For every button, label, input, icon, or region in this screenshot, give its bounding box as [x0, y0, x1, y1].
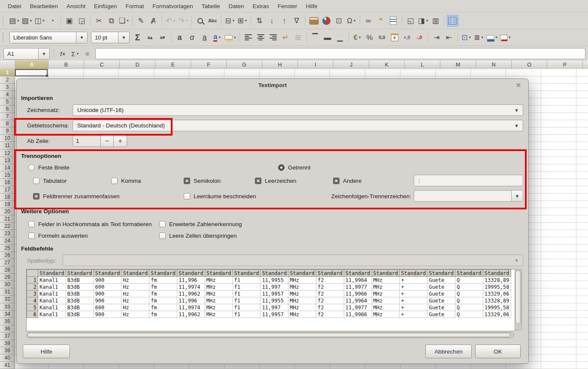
row-header-26[interactable]: 26	[0, 252, 15, 259]
preview-column-header-7[interactable]: Standard	[205, 270, 233, 277]
menu-bearbeiten[interactable]: Bearbeiten	[26, 1, 62, 12]
preview-column-header-16[interactable]: Standard	[455, 270, 483, 277]
print-preview-icon[interactable]: ◲	[76, 15, 88, 27]
row-header-25[interactable]: 25	[0, 245, 15, 252]
print-area-icon[interactable]: ◱	[405, 15, 416, 27]
preview-column-header-4[interactable]: Standard	[121, 270, 149, 277]
formula-input[interactable]	[95, 48, 585, 59]
row-header-13[interactable]: 13	[0, 157, 15, 164]
preview-column-header-10[interactable]: Standard	[288, 270, 316, 277]
menu-hilfe[interactable]: Hilfe	[302, 1, 322, 12]
dropdown-arrow-icon[interactable]: ▾	[245, 18, 247, 23]
dropdown-arrow-icon[interactable]: ▾	[481, 35, 483, 39]
chevron-down-icon[interactable]: ▼	[511, 191, 523, 201]
dropdown-arrow-icon[interactable]: ▾	[426, 18, 428, 23]
row-header-24[interactable]: 24	[0, 237, 15, 245]
border-style-icon[interactable]: ≣▾	[473, 32, 485, 43]
menu-einfügen[interactable]: Einfügen	[90, 1, 121, 12]
semicolon-checkbox[interactable]: Semikolon	[184, 177, 221, 184]
spelling-icon[interactable]: Abc	[207, 15, 218, 27]
equals-icon[interactable]: =	[82, 48, 93, 60]
dropdown-arrow-icon[interactable]: ▾	[218, 35, 221, 39]
other-checkbox[interactable]: Andere	[333, 177, 362, 184]
row-header-9[interactable]: 9	[0, 127, 15, 135]
row-header-14[interactable]: 14	[0, 164, 15, 172]
paste-icon[interactable]: ❏▾	[118, 15, 130, 27]
insert-image-icon[interactable]	[308, 15, 320, 27]
preview-column-header-8[interactable]: Standard	[233, 270, 261, 277]
dropdown-arrow-icon[interactable]: ▾	[233, 18, 235, 23]
fixed-width-radio[interactable]: Feste Breite	[28, 164, 70, 171]
align-bottom-icon[interactable]: ▁	[334, 32, 346, 43]
row-header-1[interactable]: 1	[0, 69, 15, 76]
percent-format-icon[interactable]: %	[364, 32, 376, 43]
chevron-down-icon[interactable]: ▼	[76, 32, 87, 43]
clone-formatting-icon[interactable]: ✎	[135, 15, 147, 27]
name-box[interactable]: A1 ▼	[3, 48, 50, 60]
dropdown-arrow-icon[interactable]: ▾	[509, 35, 511, 39]
currency-format-icon[interactable]: €▾	[352, 32, 363, 43]
border-color-icon[interactable]: ▾	[485, 32, 499, 43]
string-delimiter-combo[interactable]: ▼	[414, 190, 523, 202]
skip-empty-cells-checkbox[interactable]: Leere Zellen überspringen	[159, 232, 237, 239]
row-header-3[interactable]: 3	[0, 84, 15, 91]
wrap-text-icon[interactable]: ↵	[280, 32, 291, 43]
row-header-10[interactable]: 10	[0, 135, 15, 142]
spin-minus-button[interactable]: −	[100, 135, 114, 147]
from-row-input[interactable]: 1	[73, 135, 101, 147]
separated-radio[interactable]: Getrennt	[278, 164, 311, 171]
preview-column-header-13[interactable]: Standard	[372, 270, 400, 277]
dropdown-arrow-icon[interactable]: ▾	[496, 35, 498, 39]
cut-icon[interactable]: ✂	[93, 15, 105, 27]
row-header-34[interactable]: 34	[0, 311, 15, 318]
preview-column-header-2[interactable]: Standard	[66, 270, 94, 277]
preview-column-header-15[interactable]: Standard	[427, 270, 455, 277]
add-decimal-icon[interactable]: +,0	[401, 32, 413, 43]
decrease-indent-icon[interactable]: ⇤	[443, 32, 455, 43]
font-name-select[interactable]: Liberation Sans ▼	[9, 32, 88, 43]
preview-column-header-9[interactable]: Standard	[261, 270, 288, 277]
row-header-16[interactable]: 16	[0, 179, 15, 186]
insert-chart-icon[interactable]	[321, 15, 332, 27]
scrollbar-thumb[interactable]	[27, 333, 510, 337]
menu-tabelle[interactable]: Tabelle	[197, 1, 224, 12]
row-header-40[interactable]: 40	[0, 354, 15, 362]
row-header-41[interactable]: 41	[0, 362, 15, 369]
charset-select[interactable]: Unicode (UTF-16) ▼	[73, 104, 523, 116]
align-center-icon[interactable]	[255, 32, 267, 43]
evaluate-formulas-checkbox[interactable]: Formeln auswerten	[28, 232, 88, 239]
column-header-o[interactable]: O	[512, 60, 547, 69]
highlighting-color-icon[interactable]: ▾	[224, 32, 237, 43]
ok-button[interactable]: OK	[475, 345, 521, 358]
row-header-27[interactable]: 27	[0, 259, 15, 266]
column-header-a[interactable]: A	[15, 60, 48, 69]
find-replace-icon[interactable]	[194, 15, 206, 27]
menu-formatvorlagen[interactable]: Formatvorlagen	[148, 1, 197, 12]
column-header-i[interactable]: I	[298, 60, 333, 69]
column-header-b[interactable]: B	[48, 60, 84, 69]
quoted-as-text-checkbox[interactable]: Felder in Hochkommata als Text formatier…	[28, 221, 152, 228]
insert-column-icon[interactable]: ⊞▾	[236, 15, 248, 27]
detect-numbers-checkbox[interactable]: Erweiterte Zahlenerkennung	[159, 221, 242, 228]
dropdown-arrow-icon[interactable]: ▾	[76, 51, 79, 56]
hyperlink-icon[interactable]: ∞	[363, 15, 374, 27]
dropdown-arrow-icon[interactable]: ▾	[127, 18, 129, 23]
row-header-4[interactable]: 4	[0, 91, 15, 98]
dropdown-arrow-icon[interactable]: ▾	[359, 35, 361, 39]
row-header-23[interactable]: 23	[0, 230, 15, 237]
preview-column-header-17[interactable]: Standard	[483, 270, 511, 277]
locale-select[interactable]: Standard - Deutsch (Deutschland) ▼	[73, 120, 523, 131]
align-top-icon[interactable]: ▔	[309, 32, 321, 43]
comment-icon[interactable]: ❝	[375, 15, 387, 27]
row-header-28[interactable]: 28	[0, 266, 15, 274]
spin-plus-button[interactable]: +	[113, 135, 127, 147]
column-header-k[interactable]: K	[369, 60, 405, 69]
chevron-down-icon[interactable]: ▼	[118, 32, 129, 43]
copy-icon[interactable]: ⧉	[106, 15, 117, 27]
row-header-29[interactable]: 29	[0, 274, 15, 281]
dropdown-arrow-icon[interactable]: ▾	[42, 18, 45, 23]
column-header-g[interactable]: G	[227, 60, 262, 69]
export-pdf-icon[interactable]: ◔	[46, 15, 58, 27]
menu-datei[interactable]: Datei	[3, 1, 26, 12]
align-right-icon[interactable]	[267, 32, 279, 43]
